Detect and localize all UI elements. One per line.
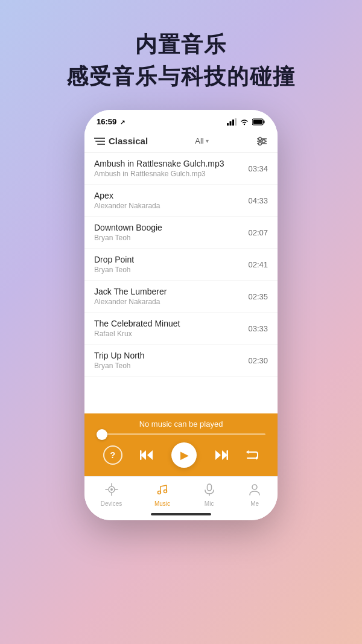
home-indicator [84,511,278,520]
song-item-4[interactable]: Jack The Lumberer Alexander Nakarada 02:… [84,281,278,313]
app-tagline: 内置音乐 感受音乐与科技的碰撞 [66,30,296,92]
song-info-6: Trip Up North Bryan Teoh [94,351,242,370]
tab-label-me: Me [250,500,259,507]
song-artist-3: Bryan Teoh [94,266,242,274]
song-duration-1: 04:33 [248,196,268,205]
tagline-line1: 内置音乐 [66,30,296,60]
play-icon: ▶ [180,448,189,462]
song-artist-1: Alexander Nakarada [94,202,242,210]
tagline-line2: 感受音乐与科技的碰撞 [66,62,296,92]
header-left: Classical [94,136,148,146]
svg-rect-1 [230,121,232,126]
svg-marker-21 [215,450,221,460]
progress-thumb[interactable] [97,429,107,440]
song-item-3[interactable]: Drop Point Bryan Teoh 02:41 [84,249,278,281]
play-button[interactable]: ▶ [171,442,197,468]
song-info-1: Apex Alexander Nakarada [94,191,242,210]
svg-point-12 [259,137,262,140]
signal-icon [227,118,237,126]
song-title-4: Jack The Lumberer [94,287,242,296]
status-time: 16:59 ↗ [97,117,125,126]
app-content: Classical All ▾ Ambush in Rattlesnake Gu… [84,130,278,476]
svg-rect-2 [232,120,234,126]
song-title-6: Trip Up North [94,351,242,360]
status-bar: 16:59 ↗ [84,110,278,130]
progress-track [97,433,265,435]
song-item-0[interactable]: Ambush in Rattlesnake Gulch.mp3 Ambush i… [84,153,278,185]
song-duration-3: 02:41 [248,260,268,269]
svg-rect-29 [207,484,211,491]
song-info-4: Jack The Lumberer Alexander Nakarada [94,287,242,306]
next-button[interactable] [215,450,228,461]
svg-point-31 [252,485,257,489]
song-duration-0: 03:34 [248,164,268,173]
song-info-3: Drop Point Bryan Teoh [94,255,242,274]
svg-point-14 [262,139,265,142]
battery-icon [252,118,265,126]
player-controls: ? ▶ [94,442,268,468]
song-item-6[interactable]: Trip Up North Bryan Teoh 02:30 [84,345,278,377]
svg-point-28 [164,490,167,493]
svg-rect-22 [226,450,228,460]
song-title-1: Apex [94,191,242,200]
svg-marker-18 [147,450,153,460]
tab-icon-me [248,483,261,499]
phone-frame: 16:59 ↗ [84,110,278,520]
song-title-3: Drop Point [94,255,242,264]
prev-button[interactable] [140,450,153,461]
player-bar: No music can be played ? [84,413,278,476]
help-button[interactable]: ? [103,445,122,465]
repeat-icon [246,450,259,461]
svg-rect-6 [264,120,265,123]
song-artist-0: Ambush in Rattlesnake Gulch.mp3 [94,170,242,178]
svg-marker-23 [246,450,249,454]
song-info-2: Downtown Boogie Bryan Teoh [94,223,242,242]
svg-rect-19 [140,450,142,460]
next-icon [215,450,228,461]
song-info-5: The Celebrated Minuet Rafael Krux [94,319,242,338]
svg-point-4 [244,123,245,124]
prev-icon [140,450,153,461]
svg-rect-0 [227,123,229,126]
tab-icon-devices [105,483,118,499]
tab-music[interactable]: Music [150,482,175,508]
song-info-0: Ambush in Rattlesnake Gulch.mp3 Ambush i… [94,159,242,178]
svg-point-16 [259,142,262,145]
tab-icon-music [156,483,169,499]
song-duration-4: 02:35 [248,292,268,301]
wifi-icon [240,118,249,126]
menu-icon[interactable] [94,137,105,145]
song-duration-6: 02:30 [248,356,268,365]
song-duration-2: 02:07 [248,228,268,237]
tab-me[interactable]: Me [243,482,266,508]
filter-button[interactable]: All ▾ [195,136,208,145]
song-artist-6: Bryan Teoh [94,362,242,370]
song-title-0: Ambush in Rattlesnake Gulch.mp3 [94,159,242,168]
home-bar [151,513,211,515]
equalizer-icon[interactable] [256,136,268,146]
song-artist-5: Rafael Krux [94,330,242,338]
progress-bar[interactable] [94,433,268,435]
tab-mic[interactable]: Mic [198,482,221,508]
tab-label-mic: Mic [205,500,214,507]
song-item-2[interactable]: Downtown Boogie Bryan Teoh 02:07 [84,217,278,249]
song-artist-4: Alexander Nakarada [94,298,242,306]
status-icons [227,118,265,126]
filter-arrow: ▾ [206,138,209,144]
song-title-5: The Celebrated Minuet [94,319,242,328]
svg-point-26 [110,488,113,491]
player-status-text: No music can be played [94,419,268,429]
song-title-2: Downtown Boogie [94,223,242,232]
svg-rect-3 [235,118,237,126]
tab-icon-mic [203,483,216,499]
app-header: Classical All ▾ [84,130,278,153]
tab-bar: Devices Music Mic Me [84,476,278,511]
tab-devices[interactable]: Devices [96,482,127,508]
song-item-1[interactable]: Apex Alexander Nakarada 04:33 [84,185,278,217]
genre-title: Classical [109,136,148,146]
song-artist-2: Bryan Teoh [94,234,242,242]
song-duration-5: 03:33 [248,324,268,333]
svg-point-27 [157,491,160,494]
repeat-button[interactable] [246,450,259,461]
song-item-5[interactable]: The Celebrated Minuet Rafael Krux 03:33 [84,313,278,345]
